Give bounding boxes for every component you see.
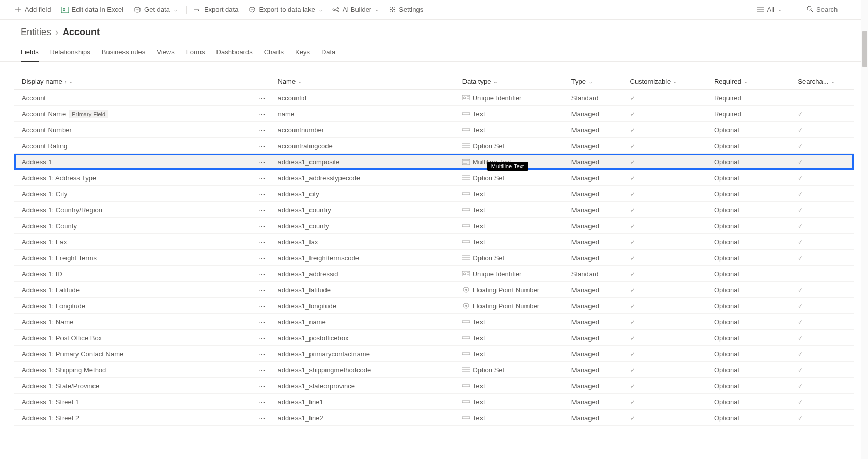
cell-required: Optional <box>711 282 795 298</box>
table-row[interactable]: Address 1: ID···address1_addressidUnique… <box>14 266 854 282</box>
table-row[interactable]: Account Number···accountnumberTextManage… <box>14 122 854 138</box>
check-icon: ✓ <box>630 367 636 374</box>
cell-type: Managed <box>568 138 627 154</box>
scrollbar-thumb[interactable] <box>862 31 867 67</box>
col-header-type[interactable]: Type⌵ <box>568 73 627 90</box>
cell-data-type: Text <box>459 346 568 362</box>
export-datalake-button[interactable]: Export to data lake ⌵ <box>244 4 326 15</box>
row-more-button[interactable]: ··· <box>258 398 266 406</box>
row-more-button[interactable]: ··· <box>258 189 266 198</box>
row-more-button[interactable]: ··· <box>258 414 266 422</box>
cell-name: address1_stateorprovince <box>274 378 459 394</box>
text-type-icon <box>462 415 470 421</box>
svg-rect-26 <box>462 385 470 387</box>
table-row[interactable]: Address 1: Freight Terms···address1_frei… <box>14 250 854 266</box>
gear-icon <box>389 6 396 13</box>
cell-data-type: Text <box>459 410 568 426</box>
row-more-button[interactable]: ··· <box>258 302 266 310</box>
tab-views[interactable]: Views <box>157 48 174 61</box>
table-row[interactable]: Address 1: Latitude···address1_latitudeF… <box>14 282 854 298</box>
table-row[interactable]: Address 1: Country/Region···address1_cou… <box>14 202 854 218</box>
tab-fields[interactable]: Fields <box>21 48 39 62</box>
edit-excel-label: Edit data in Excel <box>72 6 123 13</box>
table-row[interactable]: Address 1: Longitude···address1_longitud… <box>14 298 854 314</box>
edit-excel-button[interactable]: Edit data in Excel <box>57 4 128 15</box>
search-box[interactable] <box>807 6 858 14</box>
get-data-button[interactable]: Get data ⌵ <box>130 4 181 15</box>
chevron-down-icon: ⌵ <box>832 79 834 84</box>
ai-builder-button[interactable]: AI Builder ⌵ <box>328 4 382 15</box>
table-row[interactable]: Address 1: State/Province···address1_sta… <box>14 378 854 394</box>
row-more-button[interactable]: ··· <box>258 382 266 390</box>
table-row[interactable]: Account···accountidUnique IdentifierStan… <box>14 90 854 106</box>
toolbar-divider <box>797 6 797 14</box>
cell-data-type: Text <box>459 314 568 330</box>
row-more-button[interactable]: ··· <box>258 334 266 342</box>
row-more-button[interactable]: ··· <box>258 238 266 246</box>
tab-forms[interactable]: Forms <box>186 48 205 61</box>
cell-required: Optional <box>711 170 795 186</box>
cell-display-name: Address 1: Name <box>14 314 250 330</box>
cell-type: Managed <box>568 202 627 218</box>
tab-charts[interactable]: Charts <box>264 48 284 61</box>
option-type-icon <box>462 143 470 149</box>
table-row[interactable]: Address 1: Fax···address1_faxTextManaged… <box>14 234 854 250</box>
table-row[interactable]: Address 1: Primary Contact Name···addres… <box>14 346 854 362</box>
table-row[interactable]: Address 1···address1_compositeMultiline … <box>14 154 854 170</box>
col-header-searchable[interactable]: Searcha...⌵ <box>795 73 854 90</box>
cell-customizable: ✓ <box>627 394 711 410</box>
filter-all-button[interactable]: All ⌵ <box>753 4 785 15</box>
table-row[interactable]: Address 1: Shipping Method···address1_sh… <box>14 362 854 378</box>
tab-keys[interactable]: Keys <box>295 48 310 61</box>
row-more-button[interactable]: ··· <box>258 141 266 150</box>
row-more-button[interactable]: ··· <box>258 93 266 102</box>
cell-data-type: Text <box>459 378 568 394</box>
search-input[interactable] <box>816 6 858 13</box>
row-more-button[interactable]: ··· <box>258 286 266 294</box>
check-icon: ✓ <box>630 335 636 342</box>
cell-type: Managed <box>568 170 627 186</box>
add-field-button[interactable]: Add field <box>10 4 55 15</box>
row-more-button[interactable]: ··· <box>258 221 266 230</box>
cell-required: Optional <box>711 314 795 330</box>
col-header-name[interactable]: Name⌵ <box>274 73 459 90</box>
row-more-button[interactable]: ··· <box>258 366 266 374</box>
check-icon: ✓ <box>630 223 636 230</box>
tab-data[interactable]: Data <box>321 48 335 61</box>
row-more-button[interactable]: ··· <box>258 173 266 182</box>
cell-required: Optional <box>711 362 795 378</box>
export-data-button[interactable]: Export data <box>190 4 243 15</box>
tab-dashboards[interactable]: Dashboards <box>216 48 253 61</box>
row-more-button[interactable]: ··· <box>258 254 266 262</box>
cell-name: accountnumber <box>274 122 459 138</box>
row-more-button[interactable]: ··· <box>258 350 266 358</box>
col-header-data-type[interactable]: Data type⌵ <box>459 73 568 90</box>
row-more-button[interactable]: ··· <box>258 125 266 134</box>
col-header-required[interactable]: Required⌵ <box>711 73 795 90</box>
datalake-icon <box>249 6 256 13</box>
tab-relationships[interactable]: Relationships <box>50 48 90 61</box>
row-more-button[interactable]: ··· <box>258 157 266 166</box>
breadcrumb-root[interactable]: Entities <box>21 27 51 38</box>
table-row[interactable]: Account Rating···accountratingcodeOption… <box>14 138 854 154</box>
row-more-button[interactable]: ··· <box>258 205 266 214</box>
row-more-button[interactable]: ··· <box>258 318 266 326</box>
cell-display-name: Address 1: Freight Terms <box>14 250 250 266</box>
row-more-button[interactable]: ··· <box>258 270 266 278</box>
table-row[interactable]: Address 1: Name···address1_nameTextManag… <box>14 314 854 330</box>
table-row[interactable]: Address 1: City···address1_cityTextManag… <box>14 186 854 202</box>
table-row[interactable]: Address 1: County···address1_countyTextM… <box>14 218 854 234</box>
table-row[interactable]: Address 1: Street 1···address1_line1Text… <box>14 394 854 410</box>
table-row[interactable]: Address 1: Post Office Box···address1_po… <box>14 330 854 346</box>
check-icon: ✓ <box>798 319 803 326</box>
table-row[interactable]: Address 1: Address Type···address1_addre… <box>14 170 854 186</box>
col-header-display-name[interactable]: Display name↑⌵ <box>14 73 250 90</box>
row-more-button[interactable]: ··· <box>258 109 266 118</box>
tab-business-rules[interactable]: Business rules <box>102 48 146 61</box>
table-row[interactable]: Account NamePrimary Field···nameTextMana… <box>14 106 854 122</box>
cell-data-type: Text <box>459 106 568 122</box>
col-header-customizable[interactable]: Customizable⌵ <box>627 73 711 90</box>
settings-button[interactable]: Settings <box>384 4 427 15</box>
vertical-scrollbar[interactable] <box>861 0 868 426</box>
table-row[interactable]: Address 1: Street 2···address1_line2Text… <box>14 410 854 426</box>
